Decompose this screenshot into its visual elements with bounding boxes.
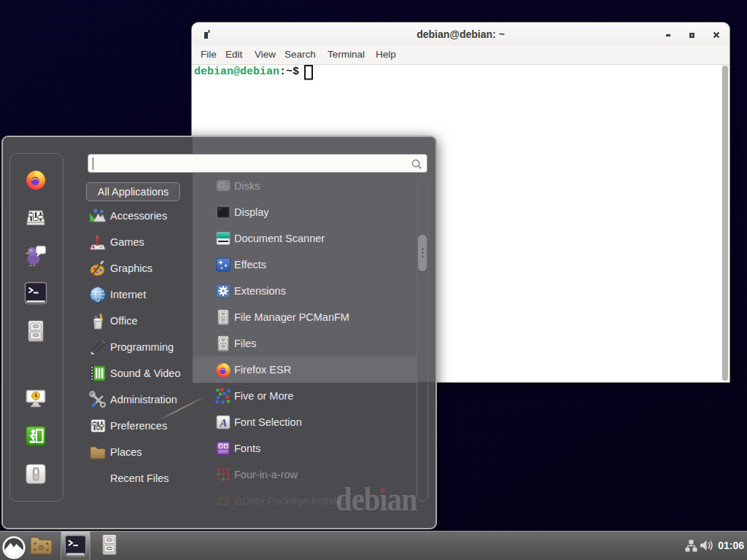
svg-text:a: a — [225, 443, 228, 448]
svg-text:a: a — [220, 443, 222, 448]
svg-text:D: D — [39, 544, 44, 551]
svg-text:A: A — [219, 417, 227, 429]
